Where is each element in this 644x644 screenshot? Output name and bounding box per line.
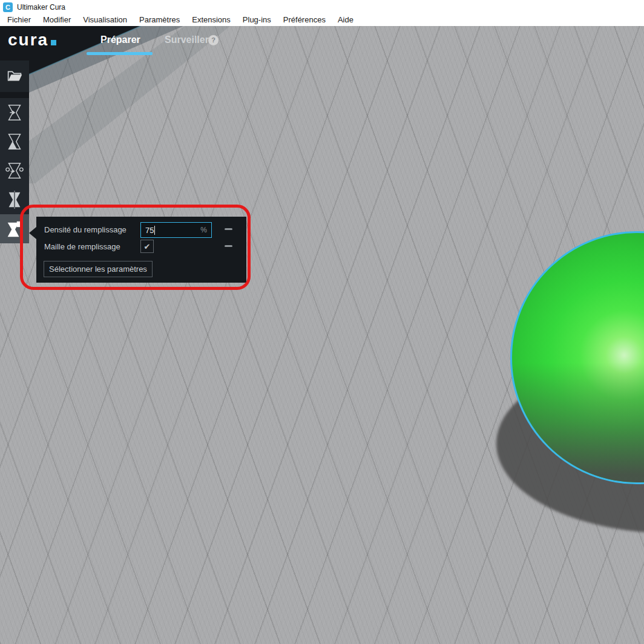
per-model-settings-icon xyxy=(5,219,24,238)
infill-density-value: 75 xyxy=(145,226,154,235)
menu-preferences[interactable]: Préférences xyxy=(277,15,332,26)
rotate-tool-icon xyxy=(5,161,24,180)
active-tab-underline xyxy=(87,52,153,55)
remove-setting-minus-icon[interactable] xyxy=(225,228,232,230)
move-tool-button[interactable] xyxy=(0,98,29,127)
window-title: Ultimaker Cura xyxy=(17,3,65,12)
per-model-settings-panel: Densité du remplissage 75 % Maille de re… xyxy=(36,217,246,283)
infill-mesh-label: Maille de remplissage xyxy=(44,242,120,251)
open-folder-icon xyxy=(4,66,25,87)
cura-logo-dot-icon xyxy=(51,40,56,45)
infill-density-label: Densité du remplissage xyxy=(44,225,126,234)
rotate-tool-button[interactable] xyxy=(0,156,29,185)
panel-arrow xyxy=(29,227,36,239)
menu-modifier[interactable]: Modifier xyxy=(37,15,77,26)
infill-mesh-checkbox[interactable]: ✔ xyxy=(140,240,154,253)
tab-surveiller[interactable]: Surveiller xyxy=(165,34,209,45)
ultimaker-cura-window: C Ultimaker Cura Fichier Modifier Visual… xyxy=(0,0,644,644)
mirror-tool-icon xyxy=(5,190,24,209)
menu-aide[interactable]: Aide xyxy=(332,15,360,26)
menu-extensions[interactable]: Extensions xyxy=(186,15,237,26)
mirror-tool-button[interactable] xyxy=(0,185,29,214)
infill-density-unit: % xyxy=(200,226,207,234)
menu-parametres[interactable]: Paramètres xyxy=(133,15,186,26)
cura-app-icon: C xyxy=(3,2,13,12)
select-settings-button[interactable]: Sélectionner les paramètres xyxy=(44,261,153,277)
titlebar: C Ultimaker Cura xyxy=(0,0,644,15)
menubar: Fichier Modifier Visualisation Paramètre… xyxy=(0,15,644,26)
stage-header-background xyxy=(0,26,254,196)
menu-plugins[interactable]: Plug-ins xyxy=(237,15,277,26)
text-cursor xyxy=(154,226,155,235)
scale-tool-button[interactable] xyxy=(0,127,29,156)
cura-logo: cura xyxy=(8,30,56,50)
open-file-button[interactable] xyxy=(0,61,29,92)
remove-setting-minus-icon[interactable] xyxy=(225,245,232,247)
3d-viewport[interactable]: cura Préparer Surveiller ? xyxy=(0,26,644,644)
menu-fichier[interactable]: Fichier xyxy=(1,15,37,26)
scale-tool-icon xyxy=(5,132,24,151)
move-tool-icon xyxy=(5,103,24,122)
question-mark-icon[interactable]: ? xyxy=(208,35,218,45)
tab-preparer[interactable]: Préparer xyxy=(100,34,140,45)
per-model-settings-button[interactable] xyxy=(0,214,29,243)
infill-density-input[interactable]: 75 % xyxy=(140,222,212,238)
menu-visualisation[interactable]: Visualisation xyxy=(77,15,133,26)
